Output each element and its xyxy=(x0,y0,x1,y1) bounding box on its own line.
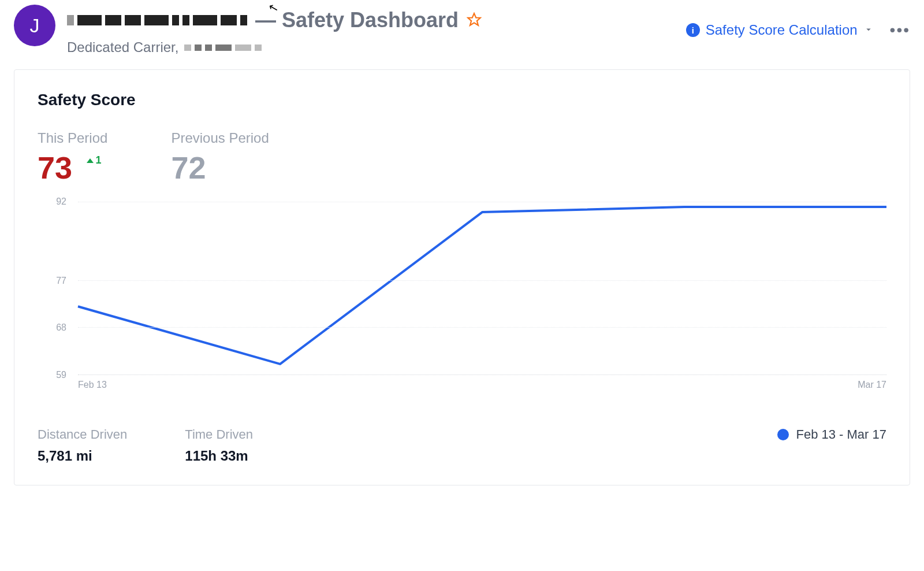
distance-label: Distance Driven xyxy=(38,427,127,442)
chart-legend: Feb 13 - Mar 17 xyxy=(777,427,886,442)
svg-marker-0 xyxy=(468,13,480,25)
delta-badge: 1 xyxy=(87,154,102,166)
subtitle: Dedicated Carrier, xyxy=(67,39,675,55)
star-icon[interactable] xyxy=(467,8,482,32)
time-stat: Time Driven 115h 33m xyxy=(185,427,253,464)
arrow-up-icon xyxy=(87,158,94,163)
safety-score-card: Safety Score This Period 73 1 Previous P… xyxy=(14,69,910,485)
score-row: This Period 73 1 Previous Period 72 xyxy=(38,130,886,183)
page-header: J — Safety Dashboard Dedicated Carrier, xyxy=(0,0,924,69)
y-tick: 59 xyxy=(56,370,66,380)
y-tick: 68 xyxy=(56,322,66,333)
time-value: 115h 33m xyxy=(185,448,253,464)
card-footer: Distance Driven 5,781 mi Time Driven 115… xyxy=(38,427,886,464)
this-period-label: This Period xyxy=(38,130,107,146)
delta-value: 1 xyxy=(96,154,102,166)
y-tick: 77 xyxy=(56,276,66,286)
more-menu-icon[interactable]: ••• xyxy=(890,21,910,39)
subtitle-prefix: Dedicated Carrier, xyxy=(67,39,178,55)
x-axis-labels: Feb 13 Mar 17 xyxy=(78,380,886,390)
this-period-value: 73 xyxy=(38,150,72,185)
previous-period-label: Previous Period xyxy=(171,130,269,146)
avatar-initial: J xyxy=(30,14,40,37)
y-tick: 92 xyxy=(56,196,66,207)
distance-stat: Distance Driven 5,781 mi xyxy=(38,427,127,464)
card-title: Safety Score xyxy=(38,91,886,109)
redacted-subtitle xyxy=(184,45,262,51)
page-title-row: — Safety Dashboard xyxy=(67,8,675,32)
x-tick-start: Feb 13 xyxy=(78,380,107,390)
safety-score-calculation-link[interactable]: i Safety Score Calculation xyxy=(686,22,874,38)
previous-period-value: 72 xyxy=(171,152,269,183)
distance-value: 5,781 mi xyxy=(38,448,127,464)
line-chart-svg xyxy=(78,202,886,375)
this-period-value-row: 73 1 xyxy=(38,152,107,183)
x-tick-end: Mar 17 xyxy=(858,380,886,390)
y-axis-labels: 92 77 68 59 xyxy=(38,202,72,375)
previous-period-block: Previous Period 72 xyxy=(171,130,269,183)
calc-link-label: Safety Score Calculation xyxy=(706,22,858,38)
this-period-block: This Period 73 1 xyxy=(38,130,107,183)
header-actions: i Safety Score Calculation ••• xyxy=(686,5,910,39)
plot-area xyxy=(78,202,886,375)
chevron-down-icon xyxy=(863,22,874,38)
header-text: — Safety Dashboard Dedicated Carrier, xyxy=(67,5,675,55)
chart-area: 92 77 68 59 Feb 13 Mar 17 xyxy=(38,202,886,392)
avatar: J xyxy=(14,5,55,46)
legend-dot-icon xyxy=(777,429,789,440)
legend-range: Feb 13 - Mar 17 xyxy=(796,427,886,442)
redacted-name xyxy=(67,15,247,25)
info-icon: i xyxy=(686,23,700,37)
time-label: Time Driven xyxy=(185,427,253,442)
page-title-suffix: — Safety Dashboard xyxy=(255,8,459,32)
